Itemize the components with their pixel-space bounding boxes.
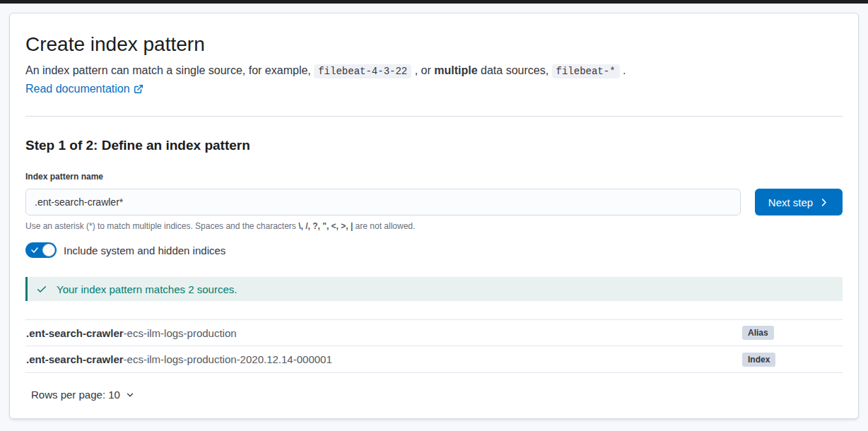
table-row: .ent-search-crawler-ecs-ilm-logs-product…: [25, 319, 843, 346]
toggle-label: Include system and hidden indices: [64, 244, 225, 256]
source-type-cell: Alias: [742, 326, 843, 340]
toggle-knob: [42, 244, 55, 256]
index-pattern-form-row: Next step: [25, 189, 843, 216]
section-divider: [25, 116, 843, 117]
source-name: .ent-search-crawler-ecs-ilm-logs-product…: [25, 353, 742, 365]
step-heading: Step 1 of 2: Define an index pattern: [25, 137, 843, 154]
chevron-right-icon: [819, 197, 829, 208]
read-documentation-link[interactable]: Read documentation: [25, 81, 143, 98]
external-link-icon: [134, 84, 143, 94]
rows-per-page-button[interactable]: Rows per page: 10: [31, 389, 135, 401]
table-row: .ent-search-crawler-ecs-ilm-logs-product…: [25, 346, 843, 373]
include-hidden-indices-toggle[interactable]: [25, 242, 57, 258]
chevron-down-icon: [125, 390, 135, 400]
top-edge-bar: [0, 0, 868, 4]
success-callout-message: Your index pattern matches 2 sources.: [57, 283, 237, 295]
include-hidden-indices-row: Include system and hidden indices: [25, 242, 843, 258]
source-name: .ent-search-crawler-ecs-ilm-logs-product…: [25, 327, 742, 339]
create-index-pattern-panel: Create index pattern An index pattern ca…: [9, 13, 859, 419]
subtitle-text: data sources,: [478, 64, 552, 76]
code-example-wildcard: filebeat-*: [552, 64, 620, 78]
next-step-label: Next step: [768, 196, 813, 208]
success-callout: Your index pattern matches 2 sources.: [25, 277, 843, 301]
subtitle-text: , or: [411, 64, 434, 76]
matching-sources-table: .ent-search-crawler-ecs-ilm-logs-product…: [25, 319, 843, 373]
rows-per-page-label: Rows per page: 10: [31, 389, 120, 401]
subtitle-text: .: [620, 64, 626, 76]
subtitle-text: An index pattern can match a single sour…: [25, 64, 314, 76]
input-help-text: Use an asterisk (*) to match multiple in…: [25, 220, 843, 232]
disallowed-characters: \, /, ?, ", <, >, |: [298, 221, 353, 231]
next-step-button[interactable]: Next step: [755, 189, 843, 216]
check-icon: [30, 246, 39, 254]
source-type-badge: Alias: [742, 326, 774, 340]
index-pattern-name-input[interactable]: [25, 189, 741, 216]
read-documentation-label: Read documentation: [25, 81, 130, 98]
code-example-single-source: filebeat-4-3-22: [314, 64, 411, 78]
page-title: Create index pattern: [25, 33, 843, 57]
index-pattern-name-label: Index pattern name: [25, 172, 843, 182]
source-type-badge: Index: [742, 353, 775, 367]
page-subtitle: An index pattern can match a single sour…: [25, 62, 843, 80]
subtitle-bold-multiple: multiple: [434, 64, 477, 76]
check-icon: [36, 283, 47, 295]
source-type-cell: Index: [742, 353, 843, 367]
